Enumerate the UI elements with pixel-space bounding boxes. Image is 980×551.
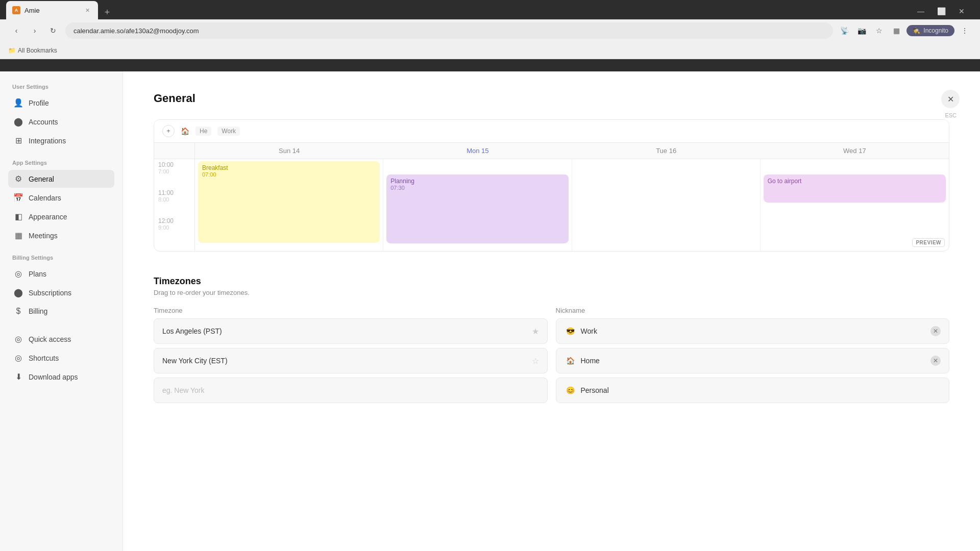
sidebar-item-meetings[interactable]: ▦ Meetings (8, 227, 114, 244)
calendars-icon: 📅 (13, 193, 23, 203)
sidebar-item-billing[interactable]: $ Billing (8, 303, 114, 320)
bookmarks-label: All Bookmarks (18, 47, 57, 54)
sidebar-item-download-apps[interactable]: ⬇ Download apps (8, 368, 114, 386)
tab-close-button[interactable]: ✕ (83, 6, 92, 15)
esc-label: ESC (945, 112, 957, 118)
nickname-field-3[interactable]: 😊 Personal (556, 378, 950, 403)
incognito-label: Incognito (923, 27, 948, 34)
minimize-button[interactable]: — (913, 3, 929, 19)
shortcuts-icon: ◎ (13, 353, 23, 363)
forward-button[interactable]: › (27, 22, 43, 39)
incognito-badge: 🕵 Incognito (906, 25, 954, 36)
sidebar-item-shortcuts[interactable]: ◎ Shortcuts (8, 349, 114, 367)
bookmarks-bar: 📁 All Bookmarks (0, 42, 980, 59)
time-sub: 9:00 (158, 224, 190, 231)
remove-timezone-1-button[interactable]: ✕ (930, 326, 941, 336)
address-bar[interactable]: calendar.amie.so/afe130a2@moodjoy.com (65, 22, 833, 39)
sidebar-label-quick-access: Quick access (29, 335, 71, 343)
meetings-icon: ▦ (13, 231, 23, 240)
timezone-row-1: Los Angeles (PST) ★ 😎 Work ✕ (154, 318, 949, 344)
timezone-field-3[interactable]: eg. New York (154, 378, 548, 403)
billing-settings-title: Billing Settings (12, 255, 114, 261)
event-breakfast-title: Breakfast (202, 164, 376, 171)
nickname-field-1[interactable]: 😎 Work ✕ (556, 318, 950, 344)
close-button[interactable]: ✕ (941, 90, 960, 108)
folder-icon: 📁 (8, 47, 16, 54)
sidebar-item-general[interactable]: ⚙ General (8, 170, 114, 188)
home-tag: He (195, 127, 211, 136)
new-tab-button[interactable]: + (100, 5, 114, 19)
sidebar-item-accounts[interactable]: ⬤ Accounts (8, 113, 114, 131)
star-icon-2[interactable]: ☆ (532, 356, 539, 366)
events-col-tue16 (572, 159, 761, 251)
plans-icon: ◎ (13, 269, 23, 279)
tab-favicon: A (12, 6, 20, 14)
sidebar-icon[interactable]: ▦ (889, 23, 903, 38)
nickname-field-2[interactable]: 🏠 Home ✕ (556, 348, 950, 373)
sidebar-label-plans: Plans (29, 270, 46, 278)
nickname-emoji-3: 😊 (565, 384, 577, 396)
sidebar-item-profile[interactable]: 👤 Profile (8, 94, 114, 112)
bookmark-icon[interactable]: ☆ (872, 23, 886, 38)
event-planning[interactable]: Planning 07:30 (386, 174, 568, 243)
col-header-nickname: Nickname (556, 307, 950, 314)
subscriptions-icon: ⬤ (13, 288, 23, 297)
col-header-timezone: Timezone (154, 307, 548, 314)
star-icon-1[interactable]: ★ (532, 327, 539, 336)
main-content: User Settings 👤 Profile ⬤ Accounts ⊞ Int… (0, 71, 980, 551)
billing-icon: $ (13, 307, 23, 316)
reload-button[interactable]: ↻ (45, 22, 61, 39)
calendar-days-header: Sun 14 Mon 15 Tue 16 Wed 17 (154, 143, 949, 159)
download-icon: ⬇ (13, 372, 23, 382)
active-tab[interactable]: A Amie ✕ (6, 1, 98, 19)
sidebar-label-subscriptions: Subscriptions (29, 289, 71, 297)
nickname-value-1: Work (581, 327, 597, 335)
bookmarks-folder[interactable]: 📁 All Bookmarks (8, 47, 57, 54)
time-main: 11:00 (158, 189, 190, 196)
sidebar-item-subscriptions[interactable]: ⬤ Subscriptions (8, 284, 114, 302)
timezones-subtitle: Drag to re-order your timezones. (154, 289, 949, 296)
event-breakfast-time: 07:00 (202, 171, 376, 178)
remove-timezone-2-button[interactable]: ✕ (930, 356, 941, 366)
nickname-container-1: 😎 Work (565, 325, 597, 337)
sidebar-label-billing: Billing (29, 307, 47, 315)
timezone-field-1[interactable]: Los Angeles (PST) ★ (154, 318, 548, 344)
tab-bar: A Amie ✕ + — ⬜ ✕ (0, 0, 980, 19)
events-col-mon15: Planning 07:30 (383, 159, 572, 251)
nickname-value-2: Home (581, 357, 600, 365)
general-icon: ⚙ (13, 174, 23, 184)
profile-icon: 👤 (13, 98, 23, 108)
tab-label: Amie (24, 7, 40, 14)
other-section: ◎ Quick access ◎ Shortcuts ⬇ Download ap… (8, 330, 114, 386)
event-planning-title: Planning (390, 178, 564, 185)
time-slot-1200: 12:00 9:00 (154, 215, 194, 243)
maximize-button[interactable]: ⬜ (933, 3, 949, 19)
timezone-row-2: New York City (EST) ☆ 🏠 Home ✕ (154, 348, 949, 373)
sidebar-item-quick-access[interactable]: ◎ Quick access (8, 330, 114, 348)
app-settings-section: App Settings ⚙ General 📅 Calendars ◧ App… (8, 160, 114, 244)
sidebar-label-shortcuts: Shortcuts (29, 354, 59, 362)
calendar-header: + 🏠 He Work (154, 120, 949, 143)
nav-controls: ‹ › ↻ (8, 22, 61, 39)
nickname-container-3: 😊 Personal (565, 384, 609, 396)
settings-title: General (154, 92, 949, 105)
back-button[interactable]: ‹ (8, 22, 24, 39)
sidebar-label-calendars: Calendars (29, 194, 61, 202)
nickname-container-2: 🏠 Home (565, 355, 600, 367)
add-event-button[interactable]: + (162, 125, 175, 137)
timezone-field-2[interactable]: New York City (EST) ☆ (154, 348, 548, 373)
cast-icon[interactable]: 📡 (837, 23, 851, 38)
time-main: 12:00 (158, 217, 190, 224)
event-airport[interactable]: Go to airport (764, 174, 946, 203)
more-button[interactable]: ⋮ (958, 23, 972, 38)
sidebar-item-calendars[interactable]: 📅 Calendars (8, 189, 114, 207)
sidebar-item-plans[interactable]: ◎ Plans (8, 265, 114, 283)
sidebar-item-appearance[interactable]: ◧ Appearance (8, 208, 114, 226)
time-sub: 8:00 (158, 196, 190, 203)
close-window-button[interactable]: ✕ (953, 3, 970, 19)
event-breakfast[interactable]: Breakfast 07:00 (198, 161, 380, 243)
sidebar-item-integrations[interactable]: ⊞ Integrations (8, 132, 114, 149)
camera-off-icon[interactable]: 📷 (854, 23, 869, 38)
user-settings-section: User Settings 👤 Profile ⬤ Accounts ⊞ Int… (8, 84, 114, 149)
sidebar-label-general: General (29, 175, 54, 183)
